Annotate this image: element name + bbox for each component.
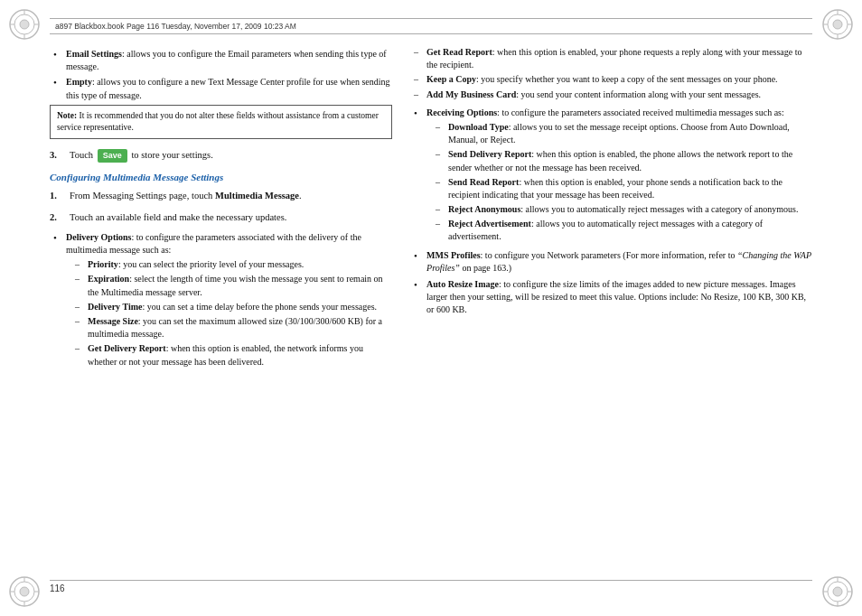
bullet-dot: • — [53, 48, 66, 73]
text-add-business: : you send your content information alon… — [516, 89, 761, 99]
text-mms-profiles: : to configure you Network parameters (F… — [481, 250, 737, 260]
bullet-dot-mms: • — [414, 249, 426, 275]
term-keep-copy: Keep a Copy — [426, 74, 476, 84]
delivery-sub-items: – Priority: you can select the priority … — [75, 258, 392, 369]
sub-download-content: Download Type: allows you to set the mes… — [448, 121, 812, 146]
mms-profiles-suffix: on page 163.) — [460, 263, 511, 273]
step-3: 3. Touch Save to store your settings. — [50, 148, 392, 163]
note-box: Note: It is recommended that you do not … — [50, 105, 392, 140]
term-expiration: Expiration — [88, 274, 129, 284]
term-email: Email Settings — [66, 49, 122, 59]
receiving-options-content: Receiving Options: to configure the para… — [426, 107, 812, 246]
text-keep-copy: : you specify whether you want to keep a… — [476, 74, 778, 84]
sub-dash-sdr: – — [436, 148, 448, 173]
text-priority: : you can select the priority level of y… — [118, 259, 305, 269]
sub-reject-anon-content: Reject Anonymous: allows you to automati… — [448, 203, 812, 216]
sub-reject-ad-content: Reject Advertisement: allows you to auto… — [448, 218, 812, 243]
step-2: 2. Touch an available field and make the… — [50, 210, 392, 224]
sub-delivery-time: – Delivery Time: you can set a time dela… — [75, 301, 392, 313]
term-delivery: Delivery Options — [66, 232, 132, 242]
sub-get-delivery-content: Get Delivery Report: when this option is… — [88, 342, 392, 368]
left-column: • Email Settings: allows you to configur… — [50, 41, 392, 575]
note-text: It is recommended that you do not alter … — [57, 111, 379, 132]
bullet-mms-profiles: • MMS Profiles: to configure you Network… — [414, 249, 812, 275]
page-footer: 116 — [50, 580, 812, 596]
page-header: a897 Blackbox.book Page 116 Tuesday, Nov… — [50, 18, 812, 34]
sub-reject-advertisement: – Reject Advertisement: allows you to au… — [436, 218, 812, 243]
text-empty: : allows you to configure a new Text Mes… — [66, 77, 390, 99]
bullet-dot-receiving: • — [414, 107, 426, 246]
sub-reject-anonymous: – Reject Anonymous: allows you to automa… — [436, 203, 812, 216]
step-2-content: Touch an available field and make the ne… — [70, 210, 392, 224]
sub-get-delivery-report: – Get Delivery Report: when this option … — [75, 342, 392, 368]
step-1-bold: Multimedia Message — [215, 191, 299, 201]
note-label: Note: — [57, 111, 77, 120]
sub-dash-rad: – — [436, 218, 448, 243]
right-column: – Get Read Report: when this option is e… — [410, 41, 812, 575]
term-delivery-time: Delivery Time — [88, 302, 142, 312]
intro-bullets: • Email Settings: allows you to configur… — [53, 48, 392, 102]
step-1: 1. From Messaging Settings page, touch M… — [50, 189, 392, 202]
sub-add-business-content: Add My Business Card: you send your cont… — [426, 89, 812, 101]
sub-priority: – Priority: you can select the priority … — [75, 258, 392, 271]
step-3-content: Touch Save to store your settings. — [70, 148, 392, 163]
bullet-empty: • Empty: allows you to configure a new T… — [53, 76, 392, 101]
text-receiving: : to configure the parameters associated… — [497, 107, 784, 117]
sub-send-delivery-content: Send Delivery Report: when this option i… — [448, 148, 812, 173]
sub-dash-grr: – — [414, 46, 426, 71]
text-expiration: : select the length of time you wish the… — [88, 274, 383, 296]
page-number: 116 — [50, 583, 65, 593]
receiving-options-section: • Receiving Options: to configure the pa… — [414, 107, 812, 317]
step-1-num: 1. — [50, 189, 70, 202]
term-message-size: Message Size — [88, 316, 138, 326]
sub-dash-kc: – — [414, 73, 426, 86]
term-send-delivery: Send Delivery Report — [448, 149, 531, 159]
top-sub-items: – Get Read Report: when this option is e… — [414, 46, 812, 101]
term-empty: Empty — [66, 77, 92, 87]
sub-expiration-content: Expiration: select the length of time yo… — [88, 273, 392, 298]
term-mms-profiles: MMS Profiles — [426, 250, 481, 260]
save-button[interactable]: Save — [98, 149, 127, 163]
bullet-auto-resize: • Auto Resize Image: to configure the si… — [414, 278, 812, 317]
term-reject-ad: Reject Advertisement — [448, 219, 531, 229]
svg-point-9 — [833, 20, 842, 29]
term-download-type: Download Type — [448, 122, 509, 132]
sub-send-delivery-report: – Send Delivery Report: when this option… — [436, 148, 812, 173]
sub-message-size: – Message Size: you can set the maximum … — [75, 315, 392, 341]
bullet-delivery-options: • Delivery Options: to configure the par… — [53, 231, 392, 370]
bullet-receiving-options: • Receiving Options: to configure the pa… — [414, 107, 812, 246]
sub-dash-exp: – — [75, 273, 88, 298]
sub-dash-gdr: – — [75, 342, 88, 368]
sub-keep-copy-content: Keep a Copy: you specify whether you wan… — [426, 73, 812, 86]
sub-add-business-card: – Add My Business Card: you send your co… — [414, 89, 812, 101]
term-add-business: Add My Business Card — [426, 89, 516, 99]
sub-dash-abc: – — [414, 89, 426, 101]
sub-dash-ra: – — [436, 203, 448, 216]
bullet-dot-delivery: • — [53, 231, 66, 370]
step-2-text: Touch an available field and make the ne… — [70, 212, 286, 222]
delivery-options-section: • Delivery Options: to configure the par… — [53, 231, 392, 370]
step-3-prefix: Touch — [70, 150, 93, 160]
sub-dash-srr: – — [436, 176, 448, 201]
sub-send-read-report: – Send Read Report: when this option is … — [436, 176, 812, 201]
term-send-read: Send Read Report — [448, 177, 519, 187]
corner-decoration-br — [820, 574, 855, 609]
step-1-text: From Messaging Settings page, touch — [70, 191, 215, 201]
bullet-email-content: Email Settings: allows you to configure … — [66, 48, 392, 73]
bullet-dot-resize: • — [414, 278, 426, 317]
sub-keep-copy: – Keep a Copy: you specify whether you w… — [414, 73, 812, 86]
receiving-sub-items: – Download Type: allows you to set the m… — [436, 121, 812, 244]
sub-priority-content: Priority: you can select the priority le… — [88, 258, 392, 271]
auto-resize-content: Auto Resize Image: to configure the size… — [426, 278, 812, 317]
step-1-content: From Messaging Settings page, touch Mult… — [70, 189, 392, 202]
step-2-num: 2. — [50, 210, 70, 224]
svg-point-16 — [20, 587, 29, 596]
sub-send-read-content: Send Read Report: when this option is en… — [448, 176, 812, 201]
term-auto-resize: Auto Resize Image — [426, 279, 499, 289]
bullet-dot-empty: • — [53, 76, 66, 101]
term-receiving: Receiving Options — [426, 107, 497, 117]
sub-get-read-content: Get Read Report: when this option is ena… — [426, 46, 812, 71]
page-container: a897 Blackbox.book Page 116 Tuesday, Nov… — [0, 0, 862, 616]
sub-expiration: – Expiration: select the length of time … — [75, 273, 392, 298]
sub-download-type: – Download Type: allows you to set the m… — [436, 121, 812, 146]
